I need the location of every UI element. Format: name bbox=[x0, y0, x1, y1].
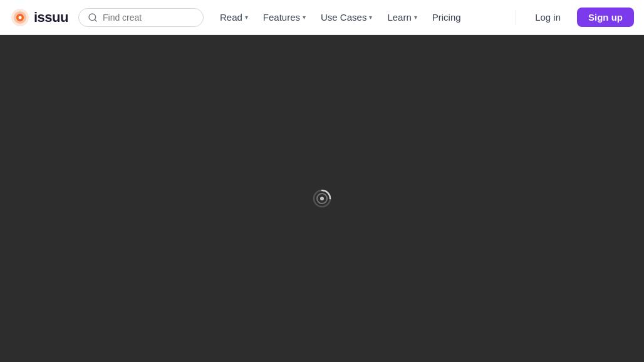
navbar: issuu Read ▾ Features ▾ Use Cases ▾ Lear… bbox=[0, 0, 644, 35]
nav-item-learn[interactable]: Learn ▾ bbox=[381, 8, 423, 26]
nav-item-read[interactable]: Read ▾ bbox=[214, 8, 254, 26]
center-loading-icon bbox=[312, 189, 332, 209]
issuu-logo-icon bbox=[10, 8, 30, 28]
learn-label: Learn bbox=[387, 12, 411, 23]
signup-button[interactable]: Sign up bbox=[577, 8, 634, 27]
search-input[interactable] bbox=[103, 13, 194, 23]
logo[interactable]: issuu bbox=[10, 8, 68, 28]
login-button[interactable]: Log in bbox=[524, 8, 572, 27]
logo-text: issuu bbox=[34, 9, 68, 26]
loading-spinner bbox=[312, 189, 332, 209]
nav-items: Read ▾ Features ▾ Use Cases ▾ Learn ▾ Pr… bbox=[214, 8, 508, 26]
use-cases-label: Use Cases bbox=[321, 12, 366, 23]
svg-point-3 bbox=[19, 16, 22, 19]
search-icon bbox=[88, 13, 98, 23]
learn-chevron-icon: ▾ bbox=[414, 14, 417, 21]
svg-point-8 bbox=[320, 197, 324, 200]
read-label: Read bbox=[220, 12, 242, 23]
read-chevron-icon: ▾ bbox=[245, 14, 248, 21]
svg-line-5 bbox=[95, 19, 96, 21]
nav-item-use-cases[interactable]: Use Cases ▾ bbox=[314, 8, 378, 26]
pricing-label: Pricing bbox=[432, 12, 461, 23]
main-content-area bbox=[0, 35, 644, 362]
features-label: Features bbox=[263, 12, 300, 23]
use-cases-chevron-icon: ▾ bbox=[369, 14, 372, 21]
nav-divider bbox=[516, 10, 516, 25]
features-chevron-icon: ▾ bbox=[303, 14, 306, 21]
search-bar[interactable] bbox=[78, 8, 204, 27]
nav-item-pricing[interactable]: Pricing bbox=[426, 8, 467, 26]
nav-item-features[interactable]: Features ▾ bbox=[257, 8, 312, 26]
nav-right: Log in Sign up bbox=[524, 8, 634, 27]
